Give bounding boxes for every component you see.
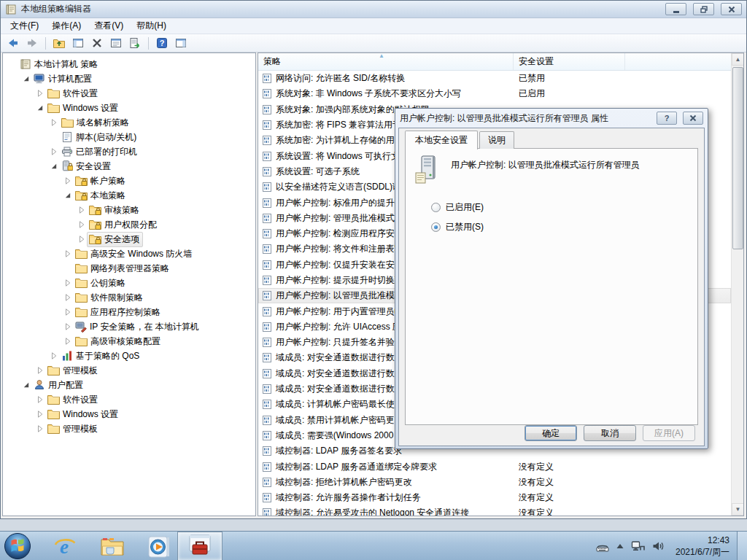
collapsed-expander-icon[interactable] [77, 236, 87, 243]
volume-icon[interactable] [652, 540, 665, 552]
tree-node[interactable]: 软件设置 [45, 86, 101, 101]
tree-node[interactable]: 审核策略 [87, 203, 143, 218]
delete-button[interactable] [88, 36, 106, 51]
keyboard-icon[interactable] [596, 541, 609, 552]
tree-item[interactable]: 高级审核策略配置 [3, 334, 255, 349]
tree-item[interactable]: 网络列表管理器策略 [3, 261, 255, 276]
show-desktop-button[interactable] [737, 532, 747, 560]
policy-row[interactable]: 域控制器: 拒绝计算机帐户密码更改没有定义 [258, 475, 731, 490]
properties-button[interactable] [107, 36, 125, 51]
scroll-down-button[interactable]: ▼ [732, 503, 744, 516]
menu-file[interactable]: 文件(F) [4, 18, 45, 34]
tree-item[interactable]: 软件设置 [3, 86, 255, 101]
scrollbar-thumb[interactable] [732, 67, 743, 249]
tree-item[interactable]: 安全设置 [3, 159, 255, 174]
explorer-taskbar-button[interactable] [100, 534, 125, 559]
forward-button[interactable] [23, 36, 41, 51]
collapsed-expander-icon[interactable] [35, 411, 45, 418]
tree-node[interactable]: 高级安全 Windows 防火墙 [73, 246, 196, 262]
tree-item[interactable]: 本地计算机 策略 [3, 57, 255, 71]
tree-node[interactable]: 高级审核策略配置 [73, 334, 164, 349]
tree-item[interactable]: 用户配置 [3, 378, 255, 392]
tree-node[interactable]: 用户权限分配 [87, 217, 160, 233]
tree-node[interactable]: 本地策略 [73, 188, 129, 203]
collapsed-expander-icon[interactable] [77, 221, 87, 228]
policy-row[interactable]: 域控制器: LDAP 服务器通道绑定令牌要求没有定义 [258, 459, 731, 474]
scroll-up-button[interactable]: ▲ [732, 53, 744, 66]
collapsed-expander-icon[interactable] [49, 119, 59, 126]
tree-item[interactable]: 软件设置 [3, 392, 255, 407]
collapsed-expander-icon[interactable] [63, 338, 73, 345]
tree-node[interactable]: 脚本(启动/关机) [59, 130, 140, 145]
tree-node[interactable]: 管理模板 [45, 421, 101, 437]
tree-node[interactable]: IP 安全策略，在 本地计算机 [73, 319, 203, 335]
tree-item[interactable]: 域名解析策略 [3, 115, 255, 130]
collapsed-expander-icon[interactable] [63, 250, 73, 257]
tree-node[interactable]: 基于策略的 QoS [59, 349, 143, 364]
tree-node[interactable]: 网络列表管理器策略 [73, 261, 173, 276]
tree-node[interactable]: 软件设置 [45, 392, 101, 408]
tree-item[interactable]: 应用程序控制策略 [3, 305, 255, 319]
expanded-expander-icon[interactable] [21, 75, 31, 82]
collapsed-expander-icon[interactable] [63, 294, 73, 301]
expanded-expander-icon[interactable] [35, 104, 45, 112]
cancel-button[interactable]: 取消 [584, 425, 636, 441]
start-button[interactable] [4, 532, 31, 560]
dialog-close-button[interactable] [683, 112, 703, 125]
tree-item[interactable]: Windows 设置 [3, 407, 255, 421]
collapsed-expander-icon[interactable] [35, 425, 45, 432]
tree-item[interactable]: 基于策略的 QoS [3, 349, 255, 363]
collapsed-expander-icon[interactable] [63, 279, 73, 287]
show-hidden-icons-chevron[interactable] [616, 542, 624, 550]
media-player-taskbar-button[interactable] [147, 534, 171, 559]
collapsed-expander-icon[interactable] [63, 308, 73, 316]
tree-node[interactable]: 应用程序控制策略 [73, 305, 164, 320]
tree-item[interactable]: 帐户策略 [3, 174, 255, 188]
close-button[interactable] [721, 3, 742, 15]
tree-item[interactable]: 软件限制策略 [3, 290, 255, 305]
tree-node[interactable]: 软件限制策略 [73, 290, 147, 306]
ok-button[interactable]: 确定 [525, 425, 577, 441]
collapsed-expander-icon[interactable] [63, 323, 73, 330]
expanded-expander-icon[interactable] [21, 381, 31, 389]
tab-explain[interactable]: 说明 [479, 131, 514, 149]
tree-node[interactable]: 公钥策略 [73, 276, 129, 291]
disabled-radio[interactable] [431, 222, 441, 232]
dialog-help-button[interactable]: ? [657, 112, 677, 125]
collapsed-expander-icon[interactable] [77, 206, 87, 214]
collapsed-expander-icon[interactable] [63, 177, 73, 184]
collapsed-expander-icon[interactable] [49, 148, 59, 155]
expanded-expander-icon[interactable] [63, 192, 73, 199]
tree-node-selected[interactable]: 安全选项 [87, 232, 143, 247]
window-titlebar[interactable]: 本地组策略编辑器 [1, 1, 746, 18]
tree-node[interactable]: Windows 设置 [45, 101, 122, 116]
list-scrollbar[interactable]: ▲ ▼ [731, 53, 743, 516]
show-console-tree-button[interactable] [69, 36, 87, 51]
tree-item[interactable]: 计算机配置 [3, 71, 255, 86]
policy-row[interactable]: 域控制器: 允许易受攻击的 Netlogon 安全通道连接没有定义 [258, 505, 731, 516]
collapsed-expander-icon[interactable] [35, 396, 45, 403]
collapsed-expander-icon[interactable] [35, 90, 45, 97]
tree-item[interactable]: 公钥策略 [3, 276, 255, 290]
tree-node[interactable]: 本地计算机 策略 [18, 57, 101, 72]
disabled-radio-row[interactable]: 已禁用(S) [431, 221, 484, 233]
menu-view[interactable]: 查看(V) [88, 18, 130, 34]
taskbar-clock[interactable]: 12:43 2021/6/7/周一 [671, 534, 729, 558]
collapsed-expander-icon[interactable] [35, 367, 45, 374]
show-action-pane-button[interactable] [172, 36, 190, 51]
tree-item[interactable]: 管理模板 [3, 421, 255, 436]
menu-help[interactable]: 帮助(H) [130, 18, 173, 34]
policy-row[interactable]: 系统对象: 非 Windows 子系统不要求区分大小写已启用 [258, 86, 731, 101]
back-button[interactable] [4, 36, 22, 51]
network-icon[interactable] [631, 540, 646, 552]
up-one-level-button[interactable] [50, 36, 68, 51]
tree-item[interactable]: 脚本(启动/关机) [3, 130, 255, 144]
tree-item[interactable]: IP 安全策略，在 本地计算机 [3, 319, 255, 334]
help-button[interactable]: ? [153, 36, 171, 51]
tree-node[interactable]: 用户配置 [31, 378, 87, 393]
enabled-radio[interactable] [431, 203, 441, 212]
tree-item[interactable]: 管理模板 [3, 363, 255, 378]
collapsed-expander-icon[interactable] [49, 352, 59, 359]
gpedit-taskbar-button[interactable] [177, 532, 222, 560]
dialog-titlebar[interactable]: 用户帐户控制: 以管理员批准模式运行所有管理员 属性 ? [398, 109, 705, 128]
